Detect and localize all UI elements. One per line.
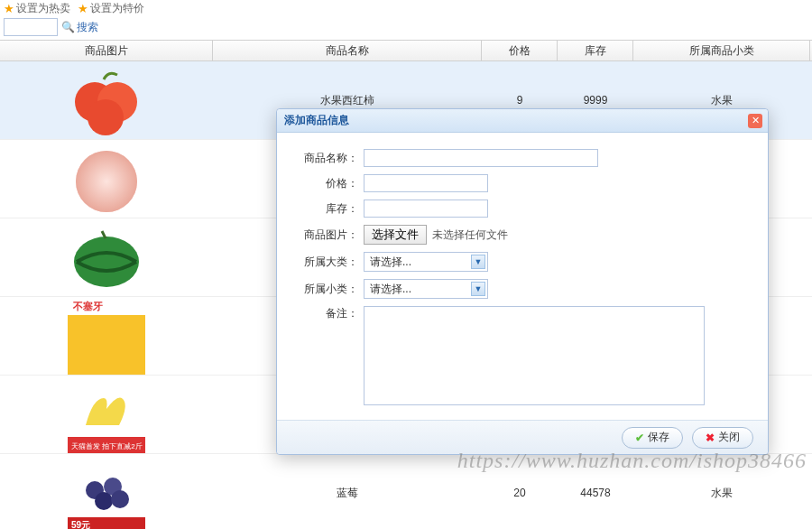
- dialog-close-button[interactable]: ✕: [748, 114, 762, 128]
- svg-text:不塞牙: 不塞牙: [72, 301, 103, 311]
- set-special-button[interactable]: ★ 设置为特价: [78, 1, 144, 16]
- x-icon: ✖: [706, 432, 715, 444]
- search-button[interactable]: 🔍 搜索: [61, 20, 98, 35]
- dialog-titlebar[interactable]: 添加商品信息 ✕: [277, 109, 768, 133]
- set-hot-button[interactable]: ★ 设置为热卖: [4, 1, 70, 16]
- dialog-footer: ✔ 保存 ✖ 关闭: [277, 420, 768, 454]
- label-smallcat: 所属小类：: [297, 282, 358, 297]
- bigcat-value: 请选择...: [370, 255, 411, 270]
- save-label: 保存: [648, 430, 669, 445]
- label-name: 商品名称：: [297, 151, 358, 166]
- price-input[interactable]: [364, 174, 488, 192]
- table-header: 商品图片 商品名称 价格 库存 所属商品小类: [0, 40, 812, 61]
- name-input[interactable]: [364, 149, 598, 167]
- cell-name: 蓝莓: [213, 486, 482, 501]
- svg-point-5: [74, 237, 139, 287]
- file-none-text: 未选择任何文件: [432, 227, 508, 243]
- cell-stock: 9999: [558, 94, 633, 107]
- cell-price: 9: [482, 94, 558, 107]
- dialog-body: 商品名称： 价格： 库存： 商品图片： 选择文件 未选择任何文件 所属大类： 请…: [277, 133, 768, 420]
- cell-cat: 水果: [633, 486, 810, 501]
- product-thumb: 59元: [68, 454, 145, 529]
- svg-text:59元: 59元: [71, 520, 90, 529]
- svg-text:天猫首发 拍下直减2斤: 天猫首发 拍下直减2斤: [71, 442, 143, 450]
- set-hot-label: 设置为热卖: [16, 1, 70, 16]
- close-button[interactable]: ✖ 关闭: [692, 427, 753, 449]
- col-header-price[interactable]: 价格: [482, 41, 558, 60]
- col-header-stock[interactable]: 库存: [558, 41, 633, 60]
- col-header-cat[interactable]: 所属商品小类: [633, 41, 810, 60]
- search-input[interactable]: [4, 18, 58, 36]
- set-special-label: 设置为特价: [90, 1, 144, 16]
- table-row[interactable]: 59元 蓝莓 20 44578 水果: [0, 454, 812, 529]
- smallcat-select[interactable]: 请选择... ▼: [364, 279, 488, 299]
- search-icon: 🔍: [61, 21, 75, 33]
- cell-name: 水果西红柿: [213, 93, 482, 108]
- remark-textarea[interactable]: [364, 306, 705, 405]
- product-thumb: 天猫首发 拍下直减2斤: [68, 376, 145, 453]
- svg-point-2: [88, 99, 124, 135]
- stock-input[interactable]: [364, 200, 488, 218]
- star-icon: ★: [4, 2, 14, 15]
- check-icon: ✔: [635, 432, 644, 444]
- product-thumb: [68, 218, 145, 296]
- product-thumb: [68, 140, 145, 218]
- search-label: 搜索: [77, 20, 98, 35]
- smallcat-value: 请选择...: [370, 282, 411, 297]
- col-header-name[interactable]: 商品名称: [213, 41, 482, 60]
- product-thumb: [68, 61, 145, 139]
- add-product-dialog: 添加商品信息 ✕ 商品名称： 价格： 库存： 商品图片： 选择文件 未选择任何文…: [276, 108, 769, 455]
- product-thumb: 不塞牙: [68, 297, 145, 375]
- close-label: 关闭: [718, 430, 740, 445]
- svg-point-4: [76, 151, 137, 212]
- label-stock: 库存：: [297, 201, 358, 217]
- svg-point-15: [95, 492, 113, 510]
- svg-point-16: [111, 490, 129, 508]
- chevron-down-icon: ▼: [471, 282, 485, 296]
- star-icon: ★: [78, 2, 88, 15]
- cell-stock: 44578: [558, 487, 633, 499]
- label-bigcat: 所属大类：: [297, 255, 358, 270]
- choose-file-button[interactable]: 选择文件: [364, 225, 427, 245]
- bigcat-select[interactable]: 请选择... ▼: [364, 252, 488, 272]
- close-icon: ✕: [752, 115, 760, 126]
- label-image: 商品图片：: [297, 227, 358, 243]
- save-button[interactable]: ✔ 保存: [622, 427, 683, 449]
- cell-cat: 水果: [633, 93, 810, 108]
- cell-price: 20: [482, 487, 558, 499]
- label-remark: 备注：: [297, 306, 358, 321]
- label-price: 价格：: [297, 176, 358, 191]
- dialog-title: 添加商品信息: [284, 113, 349, 128]
- col-header-image[interactable]: 商品图片: [0, 41, 213, 60]
- chevron-down-icon: ▼: [471, 255, 485, 269]
